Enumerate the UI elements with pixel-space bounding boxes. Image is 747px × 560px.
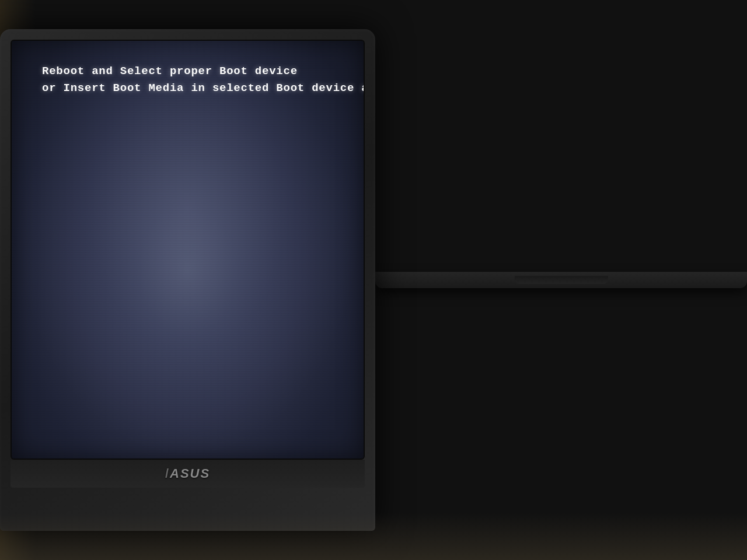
boot-line-2: or Insert Boot Media in selected Boot de… [42,80,333,97]
hinge [515,276,608,284]
asus-logo: /ASUS [165,466,210,481]
laptop-frame: Reboot and Select proper Boot device or … [0,29,375,531]
laptop-base [375,272,747,288]
boot-message-container: Reboot and Select proper Boot device or … [42,63,333,97]
boot-line-1: Reboot and Select proper Boot device [42,63,333,80]
laptop-screen: Reboot and Select proper Boot device or … [11,40,365,460]
photo-wrapper: Reboot and Select proper Boot device or … [0,0,747,560]
bottom-bezel: /ASUS [11,460,365,488]
screen-content: Reboot and Select proper Boot device or … [12,41,364,459]
